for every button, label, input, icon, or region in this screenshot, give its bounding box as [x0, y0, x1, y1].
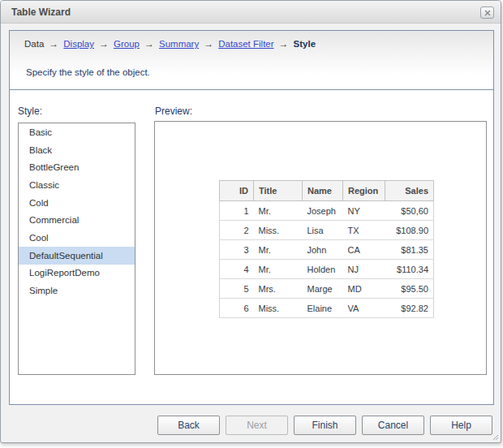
- cell-title: Mr.: [254, 260, 303, 279]
- breadcrumb-arrow-icon: →: [49, 38, 58, 50]
- help-button[interactable]: Help: [430, 416, 492, 435]
- cell-title: Mrs.: [254, 279, 303, 299]
- cell-region: TX: [343, 221, 385, 240]
- column-header-sales: Sales: [385, 181, 434, 201]
- next-button: Next: [226, 416, 288, 435]
- cell-sales: $95.50: [385, 279, 434, 299]
- preview-area: IDTitleNameRegionSales 1Mr.JosephNY$50,6…: [154, 121, 487, 375]
- cell-sales: $110.34: [385, 260, 434, 279]
- window-title: Table Wizard: [11, 6, 71, 18]
- style-option-commercial[interactable]: Commercial: [19, 211, 135, 229]
- breadcrumb-step-style: Style: [294, 39, 316, 49]
- title-bar: Table Wizard: [1, 1, 501, 24]
- column-header-id: ID: [220, 181, 254, 201]
- style-option-basic[interactable]: Basic: [19, 123, 135, 141]
- preview-table-body: 1Mr.JosephNY$50,602Miss.LisaTX$108.903Mr…: [220, 201, 434, 318]
- breadcrumb-arrow-icon: →: [279, 38, 289, 50]
- cell-id: 5: [220, 279, 254, 299]
- style-option-classic[interactable]: Classic: [19, 176, 135, 194]
- column-header-region: Region: [343, 181, 385, 201]
- breadcrumb-step-summary[interactable]: Summary: [159, 39, 199, 49]
- cell-region: CA: [343, 240, 385, 260]
- close-icon: [484, 10, 491, 16]
- style-option-defaultsequential[interactable]: DefaultSequential: [19, 247, 135, 265]
- cell-name: Joseph: [303, 201, 343, 221]
- cell-sales: $81.35: [385, 240, 434, 260]
- cancel-button[interactable]: Cancel: [362, 416, 424, 435]
- close-button[interactable]: [480, 6, 494, 19]
- cell-sales: $50,60: [385, 201, 434, 221]
- breadcrumb: Data→Display→Group→Summary→Dataset Filte…: [24, 38, 316, 50]
- finish-button[interactable]: Finish: [294, 416, 356, 435]
- table-row: 6Miss.ElaineVA$92.82: [220, 299, 434, 318]
- breadcrumb-arrow-icon: →: [144, 38, 154, 50]
- cell-id: 4: [220, 260, 254, 279]
- table-row: 4Mr.HoldenNJ$110.34: [220, 260, 434, 279]
- table-wizard-dialog: Table Wizard Data→Display→Group→Summary→…: [0, 0, 501, 443]
- content-panel: Style: BasicBlackBottleGreenClassicColdC…: [9, 89, 494, 405]
- button-row: BackNextFinishCancelHelp: [157, 416, 492, 435]
- style-option-bottlegreen[interactable]: BottleGreen: [19, 158, 135, 176]
- cell-name: Marge: [303, 279, 343, 299]
- cell-id: 3: [220, 240, 254, 260]
- wizard-steps-panel: Data→Display→Group→Summary→Dataset Filte…: [9, 30, 494, 90]
- preview-table: IDTitleNameRegionSales 1Mr.JosephNY$50,6…: [219, 180, 434, 318]
- breadcrumb-step-dataset-filter[interactable]: Dataset Filter: [218, 39, 273, 49]
- preview-label: Preview:: [155, 106, 192, 117]
- cell-region: NY: [343, 201, 385, 221]
- style-option-black[interactable]: Black: [19, 141, 135, 159]
- resize-grip-icon[interactable]: [492, 433, 499, 441]
- cell-id: 6: [220, 299, 254, 318]
- style-option-cool[interactable]: Cool: [19, 229, 135, 247]
- breadcrumb-step-display[interactable]: Display: [63, 39, 94, 49]
- cell-title: Miss.: [254, 221, 303, 240]
- preview-table-header-row: IDTitleNameRegionSales: [220, 181, 434, 201]
- breadcrumb-step-group[interactable]: Group: [114, 39, 140, 49]
- cell-region: VA: [343, 299, 385, 318]
- cell-sales: $108.90: [385, 221, 434, 240]
- style-label: Style:: [18, 106, 42, 117]
- cell-title: Miss.: [254, 299, 303, 318]
- style-list[interactable]: BasicBlackBottleGreenClassicColdCommerci…: [18, 123, 135, 375]
- style-option-logireportdemo[interactable]: LogiReportDemo: [19, 265, 135, 282]
- cell-sales: $92.82: [385, 299, 434, 318]
- cell-id: 1: [220, 201, 254, 221]
- table-row: 1Mr.JosephNY$50,60: [220, 201, 434, 221]
- cell-name: Lisa: [303, 221, 343, 240]
- column-header-name: Name: [303, 181, 343, 201]
- cell-name: John: [303, 240, 343, 260]
- style-option-cold[interactable]: Cold: [19, 194, 135, 212]
- cell-name: Holden: [303, 260, 343, 279]
- table-row: 3Mr.JohnCA$81.35: [220, 240, 434, 260]
- back-button[interactable]: Back: [157, 416, 220, 435]
- cell-region: NJ: [343, 260, 385, 279]
- table-row: 2Miss.LisaTX$108.90: [220, 221, 434, 240]
- cell-id: 2: [220, 221, 254, 240]
- cell-title: Mr.: [254, 201, 303, 221]
- cell-region: MD: [343, 279, 385, 299]
- column-header-title: Title: [254, 181, 303, 201]
- breadcrumb-arrow-icon: →: [204, 38, 213, 50]
- cell-name: Elaine: [303, 299, 343, 318]
- instruction-text: Specify the style of the object.: [26, 67, 150, 77]
- table-row: 5Mrs.MargeMD$95.50: [220, 279, 434, 299]
- breadcrumb-arrow-icon: →: [99, 38, 109, 50]
- cell-title: Mr.: [254, 240, 303, 260]
- style-option-simple[interactable]: Simple: [19, 282, 135, 299]
- breadcrumb-step-data: Data: [24, 39, 44, 49]
